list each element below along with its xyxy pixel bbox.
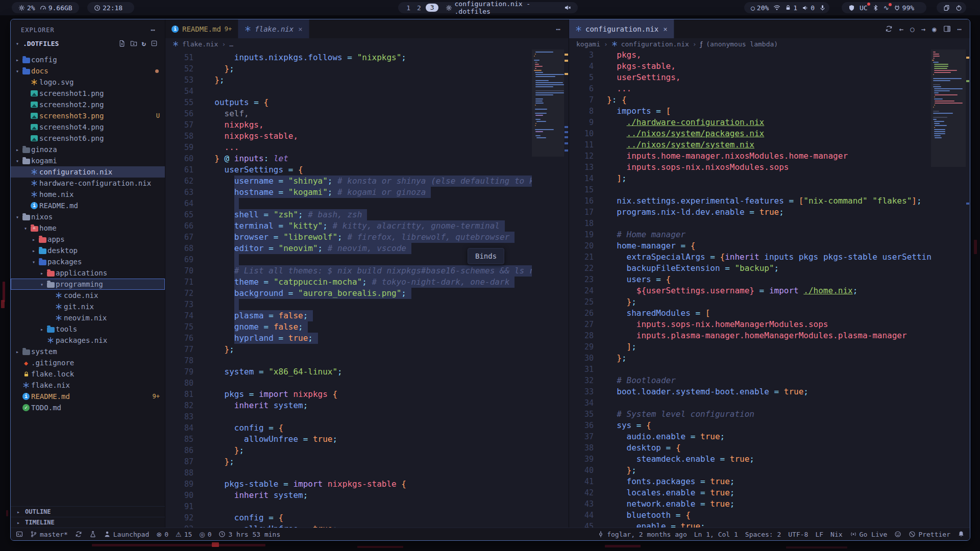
- status-syncitem[interactable]: [75, 531, 82, 538]
- code-line[interactable]: 83: [165, 411, 532, 422]
- refresh-icon[interactable]: ↻: [142, 39, 146, 47]
- more-actions-icon[interactable]: ⋯: [556, 25, 560, 33]
- sidebar-item-git-nix[interactable]: git.nix: [11, 301, 165, 312]
- sidebar-item-programming[interactable]: ▾programming: [11, 279, 165, 290]
- more-icon[interactable]: ⋯: [958, 25, 962, 33]
- timeline-section[interactable]: ▸ TIMELINE: [11, 517, 165, 528]
- circle-icon[interactable]: ○: [910, 25, 914, 33]
- status-warning-15[interactable]: ⚠15: [176, 531, 192, 538]
- code-line[interactable]: 62 username = "shinya"; # konsta or shin…: [165, 176, 532, 187]
- vpn-shield-icon[interactable]: [848, 5, 855, 11]
- code-line[interactable]: 59 ...: [165, 142, 532, 153]
- code-editor-flake[interactable]: 51 inputs.nixpkgs.follows = "nixpkgs";52…: [165, 49, 569, 528]
- code-line[interactable]: 71 theme = "catppuccin-mocha"; # tokyo-n…: [165, 277, 532, 288]
- sidebar-item-screenshot3-png[interactable]: screenshot3.pngU: [11, 110, 165, 121]
- code-line[interactable]: 26 sharedModules = [: [569, 308, 931, 319]
- code-line[interactable]: 76 hyprland = true;: [165, 333, 532, 344]
- new-folder-icon[interactable]: [130, 40, 137, 47]
- code-line[interactable]: 40 };: [569, 465, 931, 476]
- chevron-down-icon[interactable]: ▾: [14, 158, 21, 164]
- sidebar-item-todo-md[interactable]: ✓TODO.md: [11, 402, 165, 413]
- code-line[interactable]: 14 ];: [569, 173, 931, 184]
- sidebar-item-screenshot1-png[interactable]: screenshot1.png: [11, 88, 165, 99]
- split-icon[interactable]: [943, 25, 951, 33]
- code-line[interactable]: 16 nix.settings.experimental-features = …: [569, 195, 931, 207]
- chevron-down-icon[interactable]: ▾: [38, 282, 45, 287]
- back-icon[interactable]: ←: [899, 25, 903, 33]
- code-line[interactable]: 61 userSettings = {: [165, 164, 532, 176]
- breadcrumb-folder[interactable]: kogami: [576, 40, 600, 48]
- code-line[interactable]: 25 };: [569, 296, 931, 308]
- sidebar-item-docs[interactable]: ▾docs: [11, 65, 165, 77]
- code-line[interactable]: 34: [569, 397, 931, 409]
- status-bellitem[interactable]: [958, 531, 965, 538]
- code-line[interactable]: 67 browser = "librewolf"; # firefox, lib…: [165, 232, 532, 243]
- sidebar-item-tools[interactable]: ▸tools: [11, 323, 165, 335]
- code-line[interactable]: 64: [165, 198, 532, 209]
- disk-usage[interactable]: ○20%: [751, 4, 769, 12]
- code-line[interactable]: 86 };: [165, 445, 532, 456]
- workspace-3-active[interactable]: 3: [426, 4, 438, 12]
- code-line[interactable]: 73: [165, 299, 532, 310]
- chevron-right-icon[interactable]: ▸: [14, 57, 21, 63]
- code-line[interactable]: 24 ${userSettings.username} = import ./h…: [569, 285, 931, 296]
- code-line[interactable]: 13 inputs.sops-nix.nixosModules.sops: [569, 162, 931, 173]
- code-line[interactable]: 72 background = "aurora_borealis.png";: [165, 288, 532, 299]
- close-icon[interactable]: ×: [663, 25, 667, 33]
- code-line[interactable]: 15: [569, 184, 931, 195]
- code-line[interactable]: 31: [569, 364, 931, 375]
- code-line[interactable]: 53 };: [165, 74, 532, 86]
- code-line[interactable]: 4 pkgs-stable,: [569, 61, 931, 72]
- code-line[interactable]: 54: [165, 86, 532, 97]
- sidebar-item-packages[interactable]: ▾packages: [11, 256, 165, 267]
- code-line[interactable]: 23 users = {: [569, 274, 931, 285]
- breadcrumb-symbol[interactable]: …: [229, 40, 233, 48]
- status-commit-foglar-2-months-ago[interactable]: foglar, 2 months ago: [597, 531, 687, 538]
- chevron-right-icon[interactable]: ▸: [30, 248, 37, 254]
- sidebar-item-apps[interactable]: ▸apps: [11, 234, 165, 245]
- chevron-down-icon[interactable]: ▾: [14, 214, 21, 220]
- tab-readme[interactable]: i README.md 9+: [165, 19, 238, 38]
- chevron-down-icon[interactable]: ▾: [30, 259, 37, 265]
- status-person-launchpad[interactable]: Launchpad: [104, 531, 149, 538]
- sidebar-item-desktop[interactable]: ▸desktop: [11, 245, 165, 256]
- sidebar-item-screenshot2-png[interactable]: screenshot2.png: [11, 99, 165, 110]
- chevron-right-icon[interactable]: ▸: [14, 147, 21, 153]
- code-line[interactable]: 90 inherit system;: [165, 490, 532, 501]
- code-line[interactable]: 74 plasma = false;: [165, 310, 532, 321]
- status-broadcast-go-live[interactable]: Go Live: [850, 531, 888, 538]
- code-line[interactable]: 18: [569, 218, 931, 229]
- status-windowitem[interactable]: [16, 531, 23, 538]
- chevron-right-icon[interactable]: ▸: [14, 349, 21, 355]
- microphone-icon[interactable]: [819, 5, 826, 11]
- code-line[interactable]: 42 locales.enable = true;: [569, 487, 931, 498]
- status-target-0[interactable]: ◎0: [199, 531, 211, 538]
- sidebar-item-nixos[interactable]: ▾nixos: [11, 211, 165, 222]
- sidebar-item-home[interactable]: ▾⌂home: [11, 222, 165, 234]
- chevron-down-icon[interactable]: ▾: [22, 226, 29, 231]
- volume-indicator[interactable]: 0: [802, 4, 815, 12]
- code-line[interactable]: 22 backupFileExtension = "backup";: [569, 263, 931, 274]
- recorder-wave-icon[interactable]: ∿: [884, 5, 889, 11]
- breadcrumb-file[interactable]: configuration.nix: [621, 40, 689, 48]
- code-line[interactable]: 81 pkgs = import nixpkgs {: [165, 389, 532, 400]
- sidebar-item--gitignore[interactable]: ◆.gitignore: [11, 357, 165, 368]
- cpu-usage[interactable]: 2%: [18, 4, 35, 12]
- sidebar-item-home-nix[interactable]: home.nix: [11, 189, 165, 200]
- code-line[interactable]: 28 inputs.plasma-manager.homeManagerModu…: [569, 330, 931, 341]
- code-line[interactable]: 19 # Home manager: [569, 229, 931, 240]
- code-line[interactable]: 92 config = {: [165, 512, 532, 523]
- code-line[interactable]: 51 inputs.nixpkgs.follows = "nixpkgs";: [165, 52, 532, 63]
- status-nix[interactable]: Nix: [830, 531, 842, 538]
- status-spaces-2[interactable]: Spaces: 2: [745, 531, 781, 538]
- status-noent-prettier[interactable]: Prettier: [909, 531, 950, 538]
- sidebar-item-screenshot4-png[interactable]: screenshot4.png: [11, 121, 165, 133]
- code-line[interactable]: 21 extraSpecialArgs = {inherit inputs pk…: [569, 252, 931, 263]
- sidebar-item-system[interactable]: ▸system: [11, 346, 165, 357]
- code-line[interactable]: 63 hostname = "kogami"; # kogami or gino…: [165, 187, 532, 198]
- tab-configuration[interactable]: configuration.nix ×: [569, 19, 674, 38]
- lock-indicator[interactable]: 1: [785, 4, 797, 12]
- code-line[interactable]: 58 nixpkgs-stable,: [165, 131, 532, 142]
- code-line[interactable]: 35 # System level configuration: [569, 409, 931, 420]
- sidebar-item-applications[interactable]: ▸applications: [11, 267, 165, 279]
